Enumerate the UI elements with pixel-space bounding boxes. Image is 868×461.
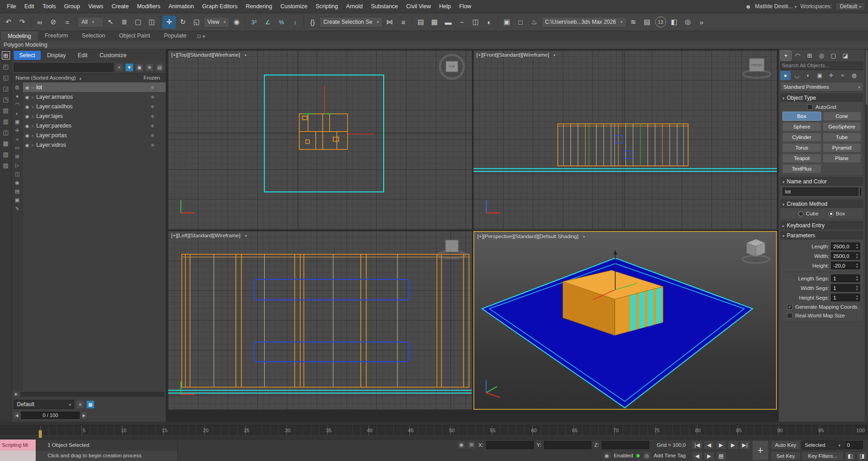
parameter-spinner-field[interactable]: 2500,0 bbox=[831, 242, 860, 250]
show-helpers-icon[interactable]: ✛ bbox=[14, 127, 21, 134]
y-coord-field[interactable] bbox=[544, 441, 591, 449]
ribbon-tab[interactable]: Populate bbox=[157, 32, 193, 41]
target-icon[interactable]: ◎ bbox=[681, 16, 694, 29]
primitive-button[interactable]: Cylinder bbox=[782, 133, 821, 142]
lights-category-icon[interactable]: ◐ bbox=[803, 71, 814, 80]
left-viewport-canvas[interactable] bbox=[168, 231, 472, 410]
primitive-button[interactable]: Plane bbox=[823, 154, 862, 163]
frame-prev-arrow[interactable]: ◀ bbox=[13, 412, 20, 419]
menu-item[interactable]: Rendering bbox=[242, 3, 277, 10]
viewport-filter-icon[interactable] bbox=[244, 233, 248, 238]
checkbox-icon[interactable] bbox=[787, 304, 792, 310]
rendered-frame-window-icon[interactable]: □ bbox=[514, 16, 527, 29]
render-toggle-icon[interactable] bbox=[32, 103, 34, 110]
utilities-tab-icon[interactable]: ◪ bbox=[840, 51, 851, 60]
hierarchy-tab-icon[interactable]: ⊞ bbox=[804, 51, 815, 60]
viewcube[interactable]: FRONT bbox=[740, 53, 773, 82]
Layer:paredes[interactable]: Layer:paredes bbox=[23, 121, 166, 130]
render-in-cloud-icon[interactable]: ≋ bbox=[627, 16, 640, 29]
window-crossing-icon[interactable]: ◫ bbox=[145, 16, 158, 29]
creation-method-radio[interactable]: Box bbox=[829, 211, 845, 216]
render-production-icon[interactable]: ♨ bbox=[528, 16, 541, 29]
object-color-swatch[interactable] bbox=[860, 188, 861, 196]
front-viewport-canvas[interactable] bbox=[473, 50, 777, 230]
show-lights-icon[interactable]: ◐ bbox=[14, 110, 21, 117]
percent-snap-icon[interactable]: % bbox=[275, 16, 288, 29]
building-plan[interactable] bbox=[299, 114, 347, 150]
column-header-frozen[interactable]: Frozen bbox=[137, 75, 166, 80]
adaptive-degradation-icon[interactable]: ◉ bbox=[603, 451, 611, 460]
mirror-icon[interactable]: ⋈ bbox=[383, 16, 396, 29]
menu-item[interactable]: Substance bbox=[367, 3, 402, 10]
render-state-icon[interactable]: ▤ bbox=[640, 16, 654, 29]
menu-item[interactable]: Edit bbox=[20, 3, 38, 10]
menu-item[interactable]: Modifiers bbox=[133, 3, 164, 10]
helpers-category-icon[interactable]: ✛ bbox=[826, 71, 836, 80]
primitive-family-dropdown[interactable]: Standard Primitives bbox=[780, 82, 863, 91]
show-shapes-icon[interactable]: ◠ bbox=[14, 101, 21, 108]
ribbon-tab[interactable]: Object Paint bbox=[112, 32, 157, 41]
viewport-front[interactable]: [+][Front][Standard][Wireframe] bbox=[473, 50, 777, 230]
building-side-elevation[interactable] bbox=[182, 254, 469, 387]
parameter-spinner-field[interactable]: 1 bbox=[831, 274, 860, 282]
align-icon[interactable]: ≡ bbox=[397, 16, 410, 29]
object-name-field[interactable] bbox=[782, 188, 858, 196]
key-filters-button[interactable]: Key Filters... bbox=[802, 451, 844, 461]
select-object-icon[interactable]: ↖ bbox=[104, 16, 117, 29]
show-bones-icon[interactable]: ▷ bbox=[14, 162, 21, 169]
select-and-place-icon[interactable]: ◉ bbox=[230, 16, 243, 29]
display-tab-icon[interactable]: ▢ bbox=[828, 51, 839, 60]
maxscript-mini-listener[interactable]: Scripting Mi bbox=[0, 440, 36, 461]
frame-rate-badge[interactable]: 13 bbox=[655, 16, 666, 27]
viewport-layout-tab-icon[interactable]: ⊞ bbox=[2, 52, 10, 59]
viewcube[interactable]: TOP bbox=[435, 53, 468, 82]
toggle-layer-explorer-icon[interactable]: ▦ bbox=[428, 16, 441, 29]
scene-explorer-tab[interactable]: Select bbox=[14, 51, 41, 60]
menu-item[interactable]: Graph Editors bbox=[198, 3, 242, 10]
menu-item[interactable]: Create bbox=[108, 3, 133, 10]
perspective-viewport-canvas[interactable] bbox=[474, 232, 776, 409]
next-frame-button[interactable]: ▶ bbox=[727, 440, 738, 450]
Layer:armarios[interactable]: Layer:armarios bbox=[23, 92, 166, 102]
spinner-arrows-icon[interactable] bbox=[854, 252, 860, 259]
parameter-checkbox-row[interactable]: Generate Mapping Coords. bbox=[782, 302, 861, 311]
toggle-ribbon-icon[interactable]: ▬ bbox=[442, 16, 455, 29]
current-frame-field[interactable] bbox=[845, 441, 863, 449]
lot-wireframe[interactable] bbox=[264, 75, 384, 192]
menu-item[interactable]: Views bbox=[84, 3, 108, 10]
select-and-scale-icon[interactable]: ◱ bbox=[190, 16, 203, 29]
creation-method-rollout-header[interactable]: Creation Method bbox=[780, 199, 863, 208]
overflow-icon[interactable]: » bbox=[695, 16, 708, 29]
command-panel-scrollbar[interactable] bbox=[865, 49, 868, 422]
lot-ground-lines[interactable] bbox=[473, 169, 777, 174]
time-tag-icon[interactable]: ◎ bbox=[643, 451, 651, 460]
hscroll-right-arrow[interactable]: ▶ bbox=[13, 391, 19, 397]
redo-icon[interactable]: ↷ bbox=[16, 16, 29, 29]
spinner-arrows-icon[interactable] bbox=[854, 284, 860, 291]
viewport-filter-icon[interactable] bbox=[553, 52, 556, 58]
explorer-options-icon[interactable]: ▤ bbox=[155, 63, 164, 72]
glass-panel[interactable] bbox=[647, 289, 653, 327]
viewport-top-label[interactable]: [+][Top][Standard][Wireframe] bbox=[171, 52, 240, 58]
object-search-input[interactable] bbox=[780, 61, 863, 70]
select-and-move-icon[interactable]: ✛ bbox=[163, 16, 176, 29]
primitive-button[interactable]: Tube bbox=[823, 133, 862, 142]
show-xrefs-icon[interactable]: ⊞ bbox=[14, 153, 21, 160]
primitive-button[interactable]: Cone bbox=[823, 112, 862, 121]
select-by-name-icon[interactable]: ≣ bbox=[118, 16, 131, 29]
time-slider-handle[interactable] bbox=[38, 430, 42, 438]
spacewarps-category-icon[interactable]: ≈ bbox=[837, 71, 848, 80]
menu-item[interactable]: Civil View bbox=[402, 3, 435, 10]
layout-preset-icon-6[interactable]: ▥ bbox=[2, 118, 10, 125]
ribbon-config-icon[interactable]: ⊡ ▾ bbox=[197, 33, 205, 41]
primitive-button[interactable]: Sphere bbox=[782, 122, 821, 131]
bind-to-space-warp-icon[interactable]: ≈ bbox=[60, 16, 74, 29]
primitive-button[interactable]: Teapot bbox=[782, 154, 821, 163]
named-selection-set-dropdown[interactable]: Create Selection Se bbox=[320, 17, 382, 27]
menu-item[interactable]: Customize bbox=[276, 3, 311, 10]
show-materials-icon[interactable]: ◉ bbox=[14, 179, 21, 186]
menu-item[interactable]: Scripting bbox=[311, 3, 342, 10]
scene-explorer-tab[interactable]: Display bbox=[42, 51, 71, 60]
selection-lock-icon[interactable]: ◉ bbox=[457, 441, 466, 449]
z-coord-field[interactable] bbox=[602, 441, 649, 449]
